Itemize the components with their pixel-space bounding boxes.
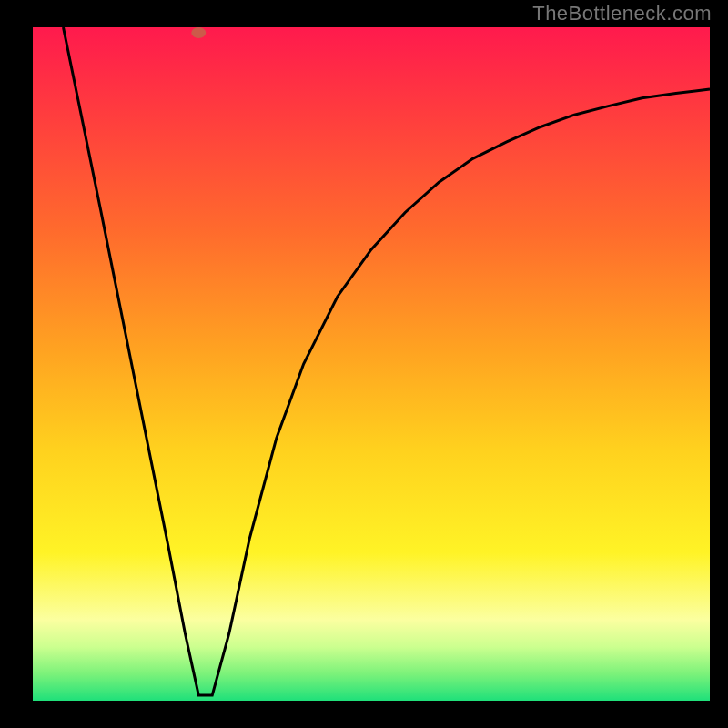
optimal-point-marker (191, 27, 206, 38)
plot-background (33, 27, 710, 701)
chart-frame: TheBottleneck.com (0, 0, 728, 728)
bottleneck-chart (0, 0, 728, 728)
